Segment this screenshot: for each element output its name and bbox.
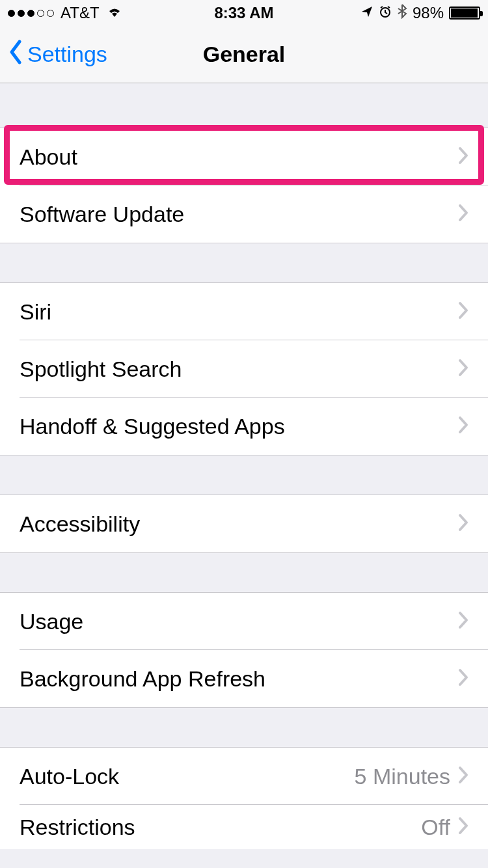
row-background-app-refresh[interactable]: Background App Refresh bbox=[0, 650, 488, 707]
chevron-right-icon bbox=[458, 301, 468, 322]
battery-percent: 98% bbox=[413, 4, 444, 22]
chevron-right-icon bbox=[458, 611, 468, 632]
row-usage[interactable]: Usage bbox=[0, 593, 488, 650]
row-value: 5 Minutes bbox=[355, 764, 450, 789]
carrier-label: AT&T bbox=[61, 4, 100, 22]
location-icon bbox=[360, 4, 373, 22]
row-label: Spotlight Search bbox=[20, 357, 458, 382]
row-label: Background App Refresh bbox=[20, 666, 458, 692]
chevron-right-icon bbox=[458, 668, 468, 689]
chevron-right-icon bbox=[458, 766, 468, 787]
chevron-right-icon bbox=[458, 204, 468, 224]
row-label: Siri bbox=[20, 299, 458, 325]
chevron-right-icon bbox=[458, 513, 468, 534]
battery-icon bbox=[449, 7, 480, 20]
settings-group: Auto-Lock 5 Minutes Restrictions Off bbox=[0, 747, 488, 849]
row-accessibility[interactable]: Accessibility bbox=[0, 495, 488, 552]
navigation-bar: Settings General bbox=[0, 26, 488, 83]
back-label: Settings bbox=[27, 42, 107, 67]
row-handoff-suggested-apps[interactable]: Handoff & Suggested Apps bbox=[0, 398, 488, 455]
settings-group: Siri Spotlight Search Handoff & Suggeste… bbox=[0, 282, 488, 455]
signal-strength-icon bbox=[8, 10, 54, 17]
chevron-right-icon bbox=[458, 359, 468, 379]
row-label: Accessibility bbox=[20, 511, 458, 537]
settings-group: Accessibility bbox=[0, 495, 488, 553]
row-label: Handoff & Suggested Apps bbox=[20, 414, 458, 439]
alarm-icon bbox=[379, 4, 392, 22]
status-time: 8:33 AM bbox=[214, 4, 273, 22]
bluetooth-icon bbox=[397, 3, 407, 23]
row-label: Software Update bbox=[20, 202, 458, 227]
chevron-right-icon bbox=[458, 146, 468, 167]
row-label: Auto-Lock bbox=[20, 764, 355, 789]
status-bar: AT&T 8:33 AM 98% bbox=[0, 0, 488, 26]
back-button[interactable]: Settings bbox=[0, 39, 107, 70]
chevron-right-icon bbox=[458, 416, 468, 437]
row-label: About bbox=[20, 144, 458, 170]
row-software-update[interactable]: Software Update bbox=[0, 185, 488, 243]
row-spotlight-search[interactable]: Spotlight Search bbox=[0, 340, 488, 398]
status-right: 98% bbox=[360, 3, 480, 23]
settings-content: About Software Update Siri Spotlight Sea… bbox=[0, 83, 488, 849]
page-title: General bbox=[203, 42, 286, 67]
chevron-left-icon bbox=[8, 39, 23, 70]
row-value: Off bbox=[421, 815, 450, 840]
row-auto-lock[interactable]: Auto-Lock 5 Minutes bbox=[0, 748, 488, 805]
row-label: Restrictions bbox=[20, 815, 421, 840]
status-left: AT&T bbox=[8, 4, 123, 22]
row-restrictions[interactable]: Restrictions Off bbox=[0, 805, 488, 849]
row-siri[interactable]: Siri bbox=[0, 283, 488, 340]
settings-group: Usage Background App Refresh bbox=[0, 592, 488, 708]
settings-group: About Software Update bbox=[0, 128, 488, 243]
row-about[interactable]: About bbox=[0, 128, 488, 185]
row-label: Usage bbox=[20, 609, 458, 634]
chevron-right-icon bbox=[458, 817, 468, 837]
wifi-icon bbox=[106, 4, 123, 22]
